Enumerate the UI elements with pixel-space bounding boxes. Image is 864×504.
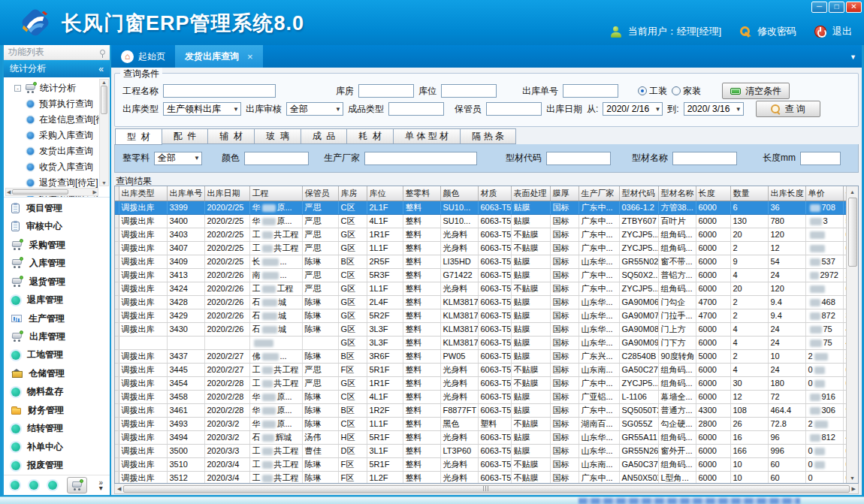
column-header[interactable]: 单价: [805, 186, 843, 201]
quick-dot-icon[interactable]: [29, 481, 38, 490]
table-row[interactable]: 调拨出库34302020/2/26石城陈琳G区3L3F整料KLM38176063…: [115, 322, 846, 336]
quick-dot-icon[interactable]: [48, 481, 57, 490]
material-tab[interactable]: 型 材: [115, 128, 162, 145]
table-row[interactable]: 调拨出库34292020/2/26石城陈琳G区5R2F整料KLM38176063…: [115, 309, 846, 322]
tab-overflow-arrow-icon[interactable]: ▼: [850, 53, 856, 61]
column-header[interactable]: 库位: [367, 186, 403, 201]
radio-gongzhuang[interactable]: 工装: [638, 85, 667, 98]
scrollbar-thumb[interactable]: [848, 198, 857, 267]
table-row[interactable]: 调拨出库34582020/2/28华原...陈琳C区4L1F整料光身料6063-…: [115, 390, 846, 403]
sidebar-menu-item[interactable]: 采购管理: [11, 236, 110, 254]
table-row[interactable]: 调拨出库34932020/3/2华原...陈琳C区1L1F整料黑色塑料不贴膜国标…: [115, 417, 846, 430]
radio-jiazhuang[interactable]: 家装: [672, 85, 701, 98]
column-header[interactable]: 保管员: [302, 186, 338, 201]
sidebar-menu-item[interactable]: 生产管理: [11, 309, 110, 327]
sidebar-menu-item[interactable]: 财务管理: [11, 401, 110, 419]
table-row[interactable]: 调拨出库34612020/2/28华原...陈琳B区1R2F整料F8877FT6…: [115, 403, 846, 417]
close-tab-icon[interactable]: ×: [247, 51, 253, 62]
tab-shipping-outbound-query[interactable]: 发货出库查询 ×: [175, 45, 263, 68]
search-button[interactable]: 查 询: [756, 101, 820, 117]
sidebar-menu-item[interactable]: 工地管理: [11, 346, 110, 364]
material-tab[interactable]: 辅 材: [208, 128, 255, 144]
scroll-left-icon[interactable]: ◀: [7, 189, 11, 195]
date-to-select[interactable]: 2020/ 3/16▼: [684, 102, 744, 116]
tree-horizontal-scrollbar[interactable]: ◀ ▶: [5, 188, 98, 196]
column-header[interactable]: 工程: [249, 186, 302, 201]
clear-conditions-button[interactable]: 清空条件: [722, 83, 790, 99]
material-tab[interactable]: 成 品: [301, 128, 348, 144]
column-header[interactable]: 材质: [478, 186, 511, 201]
column-header[interactable]: 膜厚: [550, 186, 579, 201]
tree-root-statistics[interactable]: - 统计分析: [14, 82, 98, 95]
date-from-select[interactable]: 2020/ 2/16▼: [603, 102, 663, 116]
sidebar-menu-item[interactable]: 项目管理: [11, 199, 110, 217]
factory-input[interactable]: [364, 152, 477, 165]
tree-expander-icon[interactable]: -: [14, 85, 21, 92]
tab-home[interactable]: ⌂ 起始页: [111, 45, 175, 68]
color-input[interactable]: [244, 152, 309, 165]
sidebar-group-statistics[interactable]: 统计分析 «: [4, 60, 110, 77]
table-row[interactable]: 调拨出库34282020/2/26石城陈琳G区2L4F整料KLM38176063…: [115, 295, 846, 309]
warehouse-input[interactable]: [358, 84, 414, 98]
column-header[interactable]: 型材名称: [658, 186, 696, 201]
column-header[interactable]: 长度: [696, 186, 730, 201]
outbound-type-select[interactable]: 生产领料出库▼: [163, 102, 241, 116]
column-header[interactable]: 出库类型: [119, 186, 167, 201]
tree-vertical-scrollbar[interactable]: ▲ ▼: [99, 79, 109, 186]
material-tab[interactable]: 玻 璃: [255, 128, 301, 144]
scroll-right-icon[interactable]: ▶: [852, 486, 856, 492]
material-tab[interactable]: 耗 材: [347, 128, 394, 144]
material-tab[interactable]: 隔 热 条: [461, 128, 516, 144]
table-row[interactable]: 调拨出库34072020/2/25工共工程严思G区1L1F整料光身料6063-T…: [115, 241, 846, 255]
scroll-left-icon[interactable]: ◀: [117, 486, 121, 492]
table-row[interactable]: 调拨出库34452020/2/27工共工程严思F区5R1F整料光身料6063-T…: [115, 363, 846, 376]
scrollbar-thumb[interactable]: [101, 86, 107, 114]
table-row[interactable]: 调拨出库35002020/3/3工共工程曹佳D区3L1F整料LT3P606063…: [115, 444, 846, 457]
pin-icon[interactable]: [100, 50, 105, 55]
table-row[interactable]: 调拨出库34032020/2/25工共工程严思G区1R1F整料光身料6063-T…: [115, 228, 846, 241]
scroll-down-icon[interactable]: ▼: [101, 180, 107, 186]
table-row[interactable]: 调拨出库35102020/3/4工共工程陈琳F区5R1F整料光身料6063-T5…: [115, 457, 846, 471]
sidebar-menu-item[interactable]: 物料盘存: [11, 383, 110, 401]
scroll-up-icon[interactable]: ▲: [101, 80, 107, 85]
scroll-right-icon[interactable]: ▶: [93, 189, 97, 195]
tree-item[interactable]: 采购入库查询: [26, 128, 98, 143]
quick-cart-button[interactable]: [67, 477, 87, 493]
tree-item[interactable]: 在途信息查询[待: [26, 112, 98, 128]
column-header[interactable]: 出库日期: [204, 186, 249, 201]
column-header[interactable]: 整零料: [403, 186, 440, 201]
sidebar-menu-item[interactable]: 结转管理: [11, 420, 110, 438]
scrollbar-thumb[interactable]: [12, 189, 68, 195]
logout-link[interactable]: 退出: [832, 25, 852, 38]
collapse-icon[interactable]: «: [98, 64, 104, 74]
column-header[interactable]: 表面处理: [511, 186, 550, 201]
audit-select[interactable]: 全部▼: [286, 102, 343, 116]
column-header[interactable]: 出库长度: [768, 186, 805, 201]
length-input[interactable]: [800, 152, 841, 165]
table-row[interactable]: 调拨出库34542020/2/28工共工程严思G区1R1F整料光身料6063-T…: [115, 376, 846, 390]
order-no-input[interactable]: [563, 84, 618, 98]
sidebar-menu-item[interactable]: 入库管理: [11, 255, 110, 273]
sidebar-overflow-chevron[interactable]: »▾: [98, 480, 103, 490]
scrollbar-thumb[interactable]: [123, 485, 849, 493]
sidebar-menu-item[interactable]: 报废管理: [11, 457, 110, 475]
grid-horizontal-scrollbar[interactable]: ◀ ▶: [114, 484, 859, 494]
column-header[interactable]: 颜色: [440, 186, 478, 201]
tree-item[interactable]: 预算执行查询: [26, 96, 98, 112]
keeper-input[interactable]: [486, 102, 542, 116]
location-input[interactable]: [441, 84, 497, 98]
table-row[interactable]: G区3L3F整料KLM38176063-T5贴膜国标山东华...GA90M09.…: [115, 336, 846, 349]
table-row[interactable]: 调拨出库34002020/2/25华原...严思C区4L1F整料SU10...6…: [115, 214, 846, 228]
profile-name-input[interactable]: [672, 152, 737, 165]
table-row[interactable]: 调拨出库34242020/2/26工工程严思G区1L1F整料光身料6063-T5…: [115, 282, 846, 295]
table-row[interactable]: 调拨出库34372020/2/27佛...陈琳B区3R6F整料PW056063-…: [115, 349, 846, 363]
product-type-input[interactable]: [388, 102, 444, 116]
table-row[interactable]: 调拨出库34092020/2/25长...陈琳B区2R5F整料LI35HD606…: [115, 255, 846, 268]
minimize-button[interactable]: ─: [811, 2, 827, 13]
sidebar-menu-item[interactable]: 补单中心: [11, 438, 110, 456]
table-row[interactable]: 调拨出库35122020/3/4工共工程陈琳F区1L2F整料光身料6063-T5…: [115, 471, 846, 483]
column-header[interactable]: 型材代码: [619, 186, 658, 201]
table-row[interactable]: 调拨出库34132020/2/26南...严思C区5R3F整料G71422606…: [115, 268, 846, 282]
sidebar-menu-item[interactable]: 审核中心: [11, 218, 110, 236]
scroll-up-icon[interactable]: ▲: [850, 186, 855, 197]
